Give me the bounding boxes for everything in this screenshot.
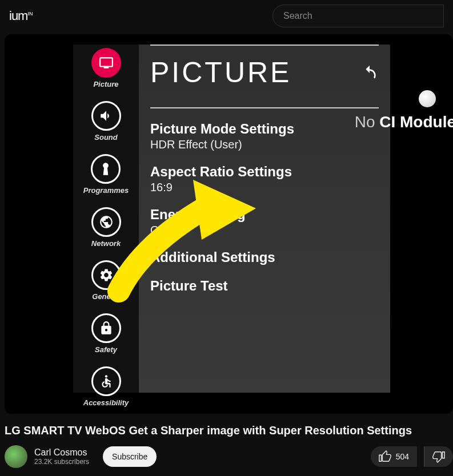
thumbs-up-icon xyxy=(379,450,391,463)
video-title[interactable]: LG SMART TV WebOS Get a Sharper image wi… xyxy=(5,422,453,438)
tv-osd-sidebar: Picture Sound Programmes Network xyxy=(73,45,139,393)
search-input[interactable]: Search xyxy=(272,5,444,27)
search-placeholder: Search xyxy=(283,11,312,21)
subscriber-count: 23.2K subscribers xyxy=(34,458,89,466)
tv-sidebar-sound[interactable]: Sound xyxy=(91,101,121,142)
tv-panel-title: PICTURE xyxy=(150,56,291,89)
tv-setting-picture-test[interactable]: Picture Test xyxy=(150,278,379,294)
thumbs-down-icon xyxy=(432,450,445,463)
setting-label: Additional Settings xyxy=(150,249,379,265)
like-count: 504 xyxy=(396,452,409,461)
tv-sidebar-label: General xyxy=(92,292,119,301)
setting-label: Energy Saving xyxy=(150,207,379,223)
page-header: iumIN Search xyxy=(0,0,453,32)
tv-panel-title-row: PICTURE xyxy=(150,56,379,89)
general-icon xyxy=(91,260,121,290)
logo-fragment[interactable]: iumIN xyxy=(9,9,33,23)
logo-text: ium xyxy=(9,9,27,23)
back-icon[interactable] xyxy=(360,56,379,89)
logo-region: IN xyxy=(27,11,33,17)
setting-value: HDR Effect (User) xyxy=(150,138,379,151)
channel-avatar[interactable] xyxy=(5,445,27,468)
svg-point-0 xyxy=(105,375,107,377)
tv-settings-osd: Picture Sound Programmes Network xyxy=(73,45,390,393)
setting-label: Picture Test xyxy=(150,278,379,294)
tv-sidebar-general[interactable]: General xyxy=(91,260,121,301)
sound-icon xyxy=(91,101,121,131)
network-icon xyxy=(91,207,121,237)
tv-sidebar-label: Network xyxy=(91,239,121,248)
tv-sidebar-accessibility[interactable]: Accessibility xyxy=(83,366,129,407)
tv-sidebar-label: Picture xyxy=(93,80,118,88)
accessibility-icon xyxy=(91,366,121,396)
tv-sidebar-label: Programmes xyxy=(83,186,129,195)
tv-sidebar-picture[interactable]: Picture xyxy=(91,48,121,88)
like-button[interactable]: 504 xyxy=(371,446,417,467)
tv-sidebar-label: Accessibility xyxy=(83,398,129,407)
tv-cursor-dot xyxy=(419,90,436,107)
tv-setting-picture-mode[interactable]: Picture Mode Settings HDR Effect (User) xyxy=(150,121,379,151)
subscribe-button[interactable]: Subscribe xyxy=(103,446,157,467)
tv-osd-panel: PICTURE Picture Mode Settings HDR Effect… xyxy=(139,45,390,393)
tv-ci-module-text: No CI Module xyxy=(355,113,453,131)
video-metadata: LG SMART TV WebOS Get a Sharper image wi… xyxy=(5,422,453,468)
picture-icon xyxy=(91,48,121,78)
channel-name: Carl Cosmos xyxy=(34,447,89,458)
setting-label: Picture Mode Settings xyxy=(150,121,379,137)
setting-label: Aspect Ratio Settings xyxy=(150,164,379,180)
channel-block[interactable]: Carl Cosmos 23.2K subscribers xyxy=(34,447,89,466)
tv-setting-energy-saving[interactable]: Energy Saving Off xyxy=(150,207,379,237)
tv-sidebar-label: Sound xyxy=(94,133,117,142)
tv-sidebar-network[interactable]: Network xyxy=(91,207,121,248)
programmes-icon xyxy=(91,154,121,184)
safety-icon xyxy=(91,313,121,343)
tv-sidebar-label: Safety xyxy=(95,345,117,354)
divider xyxy=(150,107,379,108)
video-player[interactable]: Picture Sound Programmes Network xyxy=(5,34,453,414)
tv-sidebar-programmes[interactable]: Programmes xyxy=(83,154,129,195)
tv-sidebar-safety[interactable]: Safety xyxy=(91,313,121,354)
setting-value: Off xyxy=(150,224,379,237)
tv-setting-aspect-ratio[interactable]: Aspect Ratio Settings 16:9 xyxy=(150,164,379,194)
tv-setting-additional[interactable]: Additional Settings xyxy=(150,249,379,265)
setting-value: 16:9 xyxy=(150,181,379,194)
video-meta-row: Carl Cosmos 23.2K subscribers Subscribe … xyxy=(5,445,453,468)
dislike-button[interactable] xyxy=(424,446,453,467)
divider xyxy=(150,45,379,46)
